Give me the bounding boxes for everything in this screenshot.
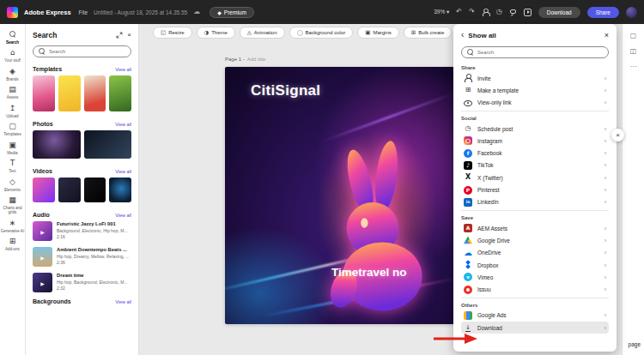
expand-panel-icon[interactable] bbox=[116, 32, 123, 39]
search-icon bbox=[467, 49, 474, 56]
view-all-videos-link[interactable]: View all bbox=[115, 169, 131, 174]
view-all-templates-link[interactable]: View all bbox=[115, 67, 131, 72]
sidebar-item-label: Media bbox=[7, 151, 17, 155]
share-item-tiktok[interactable]: ♪TikTok› bbox=[461, 159, 609, 171]
play-icon[interactable]: ▶ bbox=[40, 228, 45, 234]
premium-button[interactable]: ◆ Premium bbox=[210, 7, 254, 18]
sidebar-item-your-stuff[interactable]: ⌂Your stuff bbox=[0, 46, 25, 65]
share-item-invite[interactable]: Invite› bbox=[461, 72, 609, 84]
share-item-schedule-post[interactable]: ◷Schedule post› bbox=[461, 123, 609, 135]
share-item-onedrive[interactable]: ☁OneDrive› bbox=[461, 247, 609, 259]
elements-icon: ◇ bbox=[9, 178, 15, 186]
version-history-icon[interactable]: ◷ bbox=[496, 9, 502, 15]
play-icon[interactable]: ▶ bbox=[40, 280, 45, 286]
sidebar-item-search[interactable]: Search bbox=[0, 27, 25, 46]
toolbar-resize-button[interactable]: ◱Resize bbox=[153, 27, 192, 39]
toolbar-animation-button[interactable]: ◬Animation bbox=[240, 27, 285, 39]
view-all-backgrounds-link[interactable]: View all bbox=[115, 299, 131, 304]
sidebar-item-add-ons[interactable]: ⊞Add-ons bbox=[0, 235, 25, 254]
sidebar-item-label: Charts and grids bbox=[1, 206, 25, 214]
canvas-text-title[interactable]: CitiSignal bbox=[251, 82, 320, 99]
search-input[interactable] bbox=[49, 49, 125, 54]
share-menu-panel: ‹ Show all × ShareInvite›⊞Make a templat… bbox=[453, 24, 617, 352]
toolbar-margins-button[interactable]: ▣Margins bbox=[357, 27, 399, 39]
document-title[interactable]: Untitled - August 18, 2025 at 14.35.55 bbox=[94, 9, 187, 15]
toolbar-background-color-button[interactable]: Background color bbox=[289, 27, 354, 39]
invite-people-icon[interactable] bbox=[482, 9, 489, 16]
view-all-audio-link[interactable]: View all bbox=[115, 213, 131, 218]
share-item-x-twitter[interactable]: XX (Twitter)› bbox=[461, 171, 609, 184]
share-item-pinterest[interactable]: PPinterest› bbox=[461, 184, 609, 196]
back-chevron-icon[interactable]: ‹ bbox=[461, 31, 464, 39]
video-thumbnail[interactable] bbox=[58, 178, 81, 202]
download-button[interactable]: Download bbox=[538, 7, 580, 18]
sidebar-item-templates[interactable]: ▢Templates bbox=[0, 120, 25, 139]
videos-section-header: Videos View all bbox=[33, 168, 131, 174]
share-search-input[interactable] bbox=[477, 50, 603, 55]
avatar[interactable] bbox=[626, 7, 637, 18]
file-menu[interactable]: File bbox=[79, 9, 88, 15]
audio-title: Futuristic Jazzy LoFi 001 bbox=[57, 221, 131, 226]
panel-icon[interactable]: ◫ bbox=[623, 47, 644, 55]
present-icon[interactable] bbox=[524, 9, 532, 16]
add-page-label[interactable]: page bbox=[629, 341, 641, 347]
video-thumbnail[interactable] bbox=[84, 178, 106, 202]
toolbar-bulk-create-button[interactable]: ⊞Bulk create bbox=[404, 27, 452, 39]
close-share-menu-icon[interactable]: × bbox=[605, 31, 609, 39]
audio-item[interactable]: ▶Ambient Downtempo Beats ...Hip hop, Dre… bbox=[33, 247, 131, 267]
audio-duration: 2:36 bbox=[57, 260, 131, 265]
audio-item[interactable]: ▶Futuristic Jazzy LoFi 001Background, El… bbox=[33, 221, 131, 241]
sidebar-item-assets[interactable]: ▤Assets bbox=[0, 83, 25, 102]
add-title-placeholder[interactable]: Add title bbox=[247, 57, 266, 62]
undo-icon[interactable]: ↶ bbox=[456, 9, 462, 15]
redo-icon[interactable]: ↷ bbox=[469, 9, 475, 15]
share-item-google-drive[interactable]: Google Drive› bbox=[461, 234, 609, 246]
share-item-make-a-template[interactable]: ⊞Make a template› bbox=[461, 84, 609, 96]
template-thumbnail[interactable] bbox=[84, 75, 106, 111]
sidebar-item-label: Templates bbox=[3, 132, 21, 136]
sidebar-item-generative-ai[interactable]: ∗Generative AI bbox=[0, 216, 25, 235]
sidebar-item-upload[interactable]: ↥Upload bbox=[0, 101, 25, 120]
template-thumbnail[interactable] bbox=[109, 75, 131, 111]
toolbar-theme-button[interactable]: ◑Theme bbox=[197, 27, 235, 39]
panel-icon[interactable]: ⋯ bbox=[623, 63, 644, 70]
template-thumbnail[interactable] bbox=[33, 75, 55, 111]
share-item-instagram[interactable]: Instagram› bbox=[461, 135, 609, 147]
photo-thumbnail[interactable] bbox=[33, 130, 81, 159]
sidebar-item-media[interactable]: ▣Media bbox=[0, 138, 25, 157]
template-thumbnail[interactable] bbox=[58, 75, 81, 111]
view-all-photos-link[interactable]: View all bbox=[115, 122, 131, 127]
share-item-issuu[interactable]: Issuu› bbox=[461, 283, 609, 295]
comments-icon[interactable] bbox=[509, 9, 517, 16]
share-item-facebook[interactable]: fFacebook› bbox=[461, 147, 609, 159]
photo-thumbnail[interactable] bbox=[84, 130, 132, 159]
share-item-aem-assets[interactable]: AAEM Assets› bbox=[461, 222, 609, 234]
share-item-vimeo[interactable]: vVimeo› bbox=[461, 271, 609, 283]
share-button[interactable]: Share bbox=[587, 7, 619, 18]
sidebar-item-charts-and-grids[interactable]: ▦Charts and grids bbox=[0, 194, 25, 217]
search-box[interactable] bbox=[33, 45, 131, 57]
share-search-box[interactable] bbox=[461, 46, 609, 58]
sidebar-item-text[interactable]: TText bbox=[0, 157, 25, 176]
sidebar-item-elements[interactable]: ◇Elements bbox=[0, 175, 25, 194]
floating-close-button[interactable]: × bbox=[611, 129, 624, 141]
canvas-text-caption[interactable]: Timetravel no bbox=[331, 266, 407, 279]
panel-icon[interactable]: ▢ bbox=[623, 32, 644, 39]
canvas-page[interactable]: CitiSignal Timetravel no bbox=[225, 67, 455, 324]
share-item-dropbox[interactable]: Dropbox› bbox=[461, 259, 609, 271]
audio-item[interactable]: ▶Dream timeHip hop, Background, Electron… bbox=[33, 273, 131, 292]
share-item-label: OneDrive bbox=[477, 250, 501, 256]
adobe-express-logo[interactable] bbox=[7, 7, 18, 18]
share-group-title-social: Social bbox=[461, 116, 609, 122]
share-item-view-only-link[interactable]: View-only link› bbox=[461, 97, 609, 109]
close-panel-icon[interactable]: × bbox=[127, 32, 131, 39]
play-icon[interactable]: ▶ bbox=[40, 254, 45, 260]
share-item-google-ads[interactable]: Google Ads› bbox=[461, 310, 609, 322]
zoom-level[interactable]: 39% ▾ bbox=[434, 9, 449, 15]
share-item-linkedin[interactable]: inLinkedIn› bbox=[461, 196, 609, 208]
photos-thumbs bbox=[33, 130, 131, 159]
sidebar-item-brands[interactable]: ◈Brands bbox=[0, 64, 25, 83]
share-item-download[interactable]: ↓Download› bbox=[461, 322, 609, 334]
video-thumbnail[interactable] bbox=[33, 178, 55, 202]
video-thumbnail[interactable] bbox=[109, 178, 131, 202]
